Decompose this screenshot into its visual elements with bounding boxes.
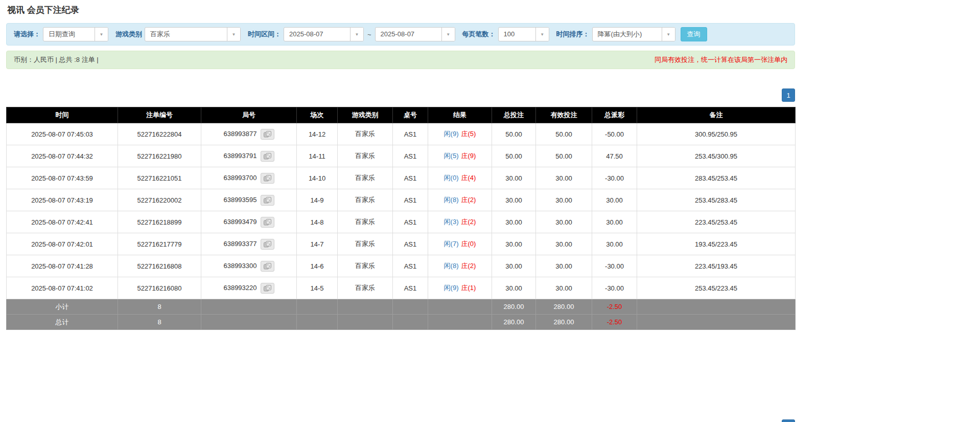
footer-empty-cell bbox=[297, 315, 338, 330]
payout-cell: 30.00 bbox=[592, 211, 637, 233]
payout-cell: -30.00 bbox=[592, 255, 637, 277]
game-type-cell: 百家乐 bbox=[338, 189, 393, 211]
round-preview-button[interactable] bbox=[261, 283, 274, 294]
session-cell: 14-7 bbox=[297, 233, 338, 255]
footer-empty-cell bbox=[201, 315, 297, 330]
cards-icon bbox=[264, 131, 271, 138]
date-from-input[interactable]: 2025-08-07 ▼ bbox=[284, 27, 364, 41]
page-title: 视讯 会员下注纪录 bbox=[7, 4, 795, 16]
date-to-input[interactable]: 2025-08-07 ▼ bbox=[375, 27, 455, 41]
session-cell: 14-6 bbox=[297, 255, 338, 277]
round-id: 638993220 bbox=[223, 283, 256, 291]
valid-bet-cell: 50.00 bbox=[536, 145, 592, 167]
total-bet-cell[interactable]: 50.00 bbox=[492, 145, 536, 167]
round-id: 638993700 bbox=[223, 173, 256, 181]
column-header-note: 备注 bbox=[637, 107, 796, 123]
footer-empty-cell bbox=[338, 299, 393, 315]
table-row: 2025-08-07 07:41:28522716216808638993300… bbox=[7, 255, 796, 277]
table-body: 2025-08-07 07:45:03522716222804638993877… bbox=[7, 123, 796, 330]
total-bet-cell[interactable]: 30.00 bbox=[492, 167, 536, 189]
table-row: 2025-08-07 07:42:01522716217779638993377… bbox=[7, 233, 796, 255]
note-cell: 193.45/223.45 bbox=[637, 233, 796, 255]
valid-bet-cell: 30.00 bbox=[536, 211, 592, 233]
total-bet-cell[interactable]: 30.00 bbox=[492, 233, 536, 255]
game-type-cell: 百家乐 bbox=[338, 277, 393, 299]
round-preview-button[interactable] bbox=[261, 151, 274, 162]
result-banker: 庄(2) bbox=[461, 218, 476, 226]
valid-bet-cell: 30.00 bbox=[536, 277, 592, 299]
result-player: 闲(8) bbox=[444, 262, 459, 270]
bet-id-cell: 522716217779 bbox=[118, 233, 201, 255]
column-header-total-bet: 总投注 bbox=[492, 107, 536, 123]
time-cell: 2025-08-07 07:42:41 bbox=[7, 211, 118, 233]
round-id: 638993479 bbox=[223, 217, 256, 225]
cards-icon bbox=[264, 241, 271, 248]
result-player: 闲(7) bbox=[444, 240, 459, 248]
cards-icon bbox=[264, 263, 271, 270]
result-player: 闲(9) bbox=[444, 284, 459, 292]
round-preview-button[interactable] bbox=[261, 239, 274, 250]
session-cell: 14-8 bbox=[297, 211, 338, 233]
footer-empty-cell bbox=[428, 315, 492, 330]
bet-id-cell: 522716221980 bbox=[118, 145, 201, 167]
time-sort-select[interactable]: 降冪(由大到小) ▼ bbox=[592, 27, 675, 41]
round-cell: 638993220 bbox=[201, 277, 297, 299]
column-header-bet-id: 注单编号 bbox=[118, 107, 201, 123]
valid-bet-cell: 30.00 bbox=[536, 233, 592, 255]
total-bet-cell[interactable]: 30.00 bbox=[492, 255, 536, 277]
total-bet-cell[interactable]: 30.00 bbox=[492, 189, 536, 211]
round-preview-button[interactable] bbox=[261, 195, 274, 206]
total-bet-cell[interactable]: 50.00 bbox=[492, 123, 536, 145]
round-id: 638993877 bbox=[223, 129, 256, 137]
query-mode-value: 日期查询 bbox=[43, 28, 95, 41]
table-header-row: 时间 注单编号 局号 场次 游戏类别 桌号 结果 总投注 有效投注 总派彩 备注 bbox=[7, 107, 796, 123]
page-size-select[interactable]: 100 ▼ bbox=[498, 27, 549, 41]
footer-empty-cell bbox=[201, 299, 297, 315]
round-cell: 638993877 bbox=[201, 123, 297, 145]
round-cell: 638993479 bbox=[201, 211, 297, 233]
date-to-value: 2025-08-07 bbox=[376, 28, 441, 41]
range-separator: ~ bbox=[367, 31, 371, 38]
round-preview-button[interactable] bbox=[261, 217, 274, 228]
time-cell: 2025-08-07 07:42:01 bbox=[7, 233, 118, 255]
column-header-session: 场次 bbox=[297, 107, 338, 123]
bet-id-cell: 522716220002 bbox=[118, 189, 201, 211]
game-type-cell: 百家乐 bbox=[338, 145, 393, 167]
round-cell: 638993700 bbox=[201, 167, 297, 189]
table-no-cell: AS1 bbox=[393, 167, 428, 189]
game-type-label: 游戏类别 bbox=[115, 30, 142, 39]
total-bet-cell[interactable]: 30.00 bbox=[492, 211, 536, 233]
bet-id-cell: 522716221051 bbox=[118, 167, 201, 189]
search-button[interactable]: 查询 bbox=[681, 27, 707, 41]
time-cell: 2025-08-07 07:41:02 bbox=[7, 277, 118, 299]
page-number-button[interactable]: 1 bbox=[782, 88, 795, 102]
footer-empty-cell bbox=[637, 315, 796, 330]
chevron-down-icon: ▼ bbox=[441, 28, 455, 41]
subtotal-row: 小计8280.00280.00-2.50 bbox=[7, 299, 796, 315]
select-mode-label: 请选择： bbox=[14, 30, 40, 39]
chevron-down-icon: ▼ bbox=[535, 28, 549, 41]
game-type-select[interactable]: 百家乐 ▼ bbox=[145, 27, 241, 41]
page-number-button[interactable]: 1 bbox=[782, 419, 795, 422]
valid-bet-cell: 30.00 bbox=[536, 255, 592, 277]
table-row: 2025-08-07 07:41:02522716216080638993220… bbox=[7, 277, 796, 299]
page-content: 视讯 会员下注纪录 请选择： 日期查询 ▼ 游戏类别 百家乐 ▼ 时间区间： 2… bbox=[6, 4, 795, 422]
total-bet-cell[interactable]: 30.00 bbox=[492, 277, 536, 299]
round-preview-button[interactable] bbox=[261, 261, 274, 272]
table-header: 时间 注单编号 局号 场次 游戏类别 桌号 结果 总投注 有效投注 总派彩 备注 bbox=[7, 107, 796, 123]
result-cell: 闲(9)庄(1) bbox=[428, 277, 492, 299]
round-preview-button[interactable] bbox=[261, 173, 274, 184]
column-header-table-no: 桌号 bbox=[393, 107, 428, 123]
note-cell: 300.95/250.95 bbox=[637, 123, 796, 145]
footer-payout-cell: -2.50 bbox=[592, 315, 637, 330]
table-no-cell: AS1 bbox=[393, 189, 428, 211]
query-mode-select[interactable]: 日期查询 ▼ bbox=[43, 27, 108, 41]
result-player: 闲(9) bbox=[444, 130, 459, 138]
round-preview-button[interactable] bbox=[261, 129, 274, 140]
payout-cell: 30.00 bbox=[592, 189, 637, 211]
footer-empty-cell bbox=[393, 299, 428, 315]
table-no-cell: AS1 bbox=[393, 123, 428, 145]
grand-total-row: 总计8280.00280.00-2.50 bbox=[7, 315, 796, 330]
result-cell: 闲(5)庄(9) bbox=[428, 145, 492, 167]
footer-valid-bet-cell: 280.00 bbox=[536, 299, 592, 315]
